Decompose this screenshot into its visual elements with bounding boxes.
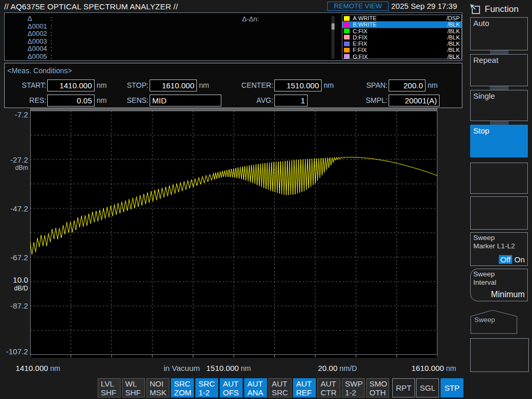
softkey-aut-ofs[interactable]: AUTOFS	[220, 378, 243, 397]
softkey-src-1-2[interactable]: SRC1-2	[195, 378, 218, 397]
delta-marker-row: Δ0001:	[28, 23, 52, 31]
y-tick-67: -67.2	[0, 253, 28, 262]
trace-color-swatch	[344, 29, 350, 33]
softkey-aut-ref[interactable]: AUTREF	[293, 378, 316, 397]
center-value[interactable]: 1510.000	[274, 79, 322, 91]
osa-screen: // AQ6375E OPTICAL SPECTRUM ANALYZER // …	[0, 0, 532, 399]
scrollbar-thumb[interactable]	[331, 23, 335, 30]
trace-list-scrollbar[interactable]	[331, 16, 335, 59]
meas-conditions-panel: <Meas. Conditions> START: 1410.000 nm ST…	[4, 63, 462, 108]
x-start-label: 1410.000nm	[16, 364, 60, 373]
function-header: Function	[469, 3, 518, 16]
trace-color-swatch	[344, 22, 350, 27]
remote-view-badge: REMOTE VIEW	[327, 2, 389, 11]
datetime: 2025 Sep 29 17:39	[391, 2, 457, 10]
delta-marker-row: Δ0004:	[28, 45, 52, 53]
res-value[interactable]: 0.05	[47, 95, 95, 107]
softkey-aut-ana[interactable]: AUTANA	[244, 378, 267, 397]
y-axis-unit: dBm	[0, 164, 28, 171]
trace-row[interactable]: D:FIX/BLK	[342, 34, 461, 41]
softkey-aut-ctr[interactable]: AUTCTR	[317, 378, 340, 397]
y-scale-unit: dB/D	[0, 285, 28, 292]
softkey-blank-3[interactable]	[470, 338, 529, 372]
softkey-blank-1[interactable]	[470, 163, 528, 194]
sweep-group-label: Sweep	[474, 316, 495, 324]
trace-color-swatch	[344, 48, 350, 52]
single-sweep-button[interactable]: SGL	[416, 378, 439, 397]
x-scale-label: 20.00nm/D	[318, 364, 357, 373]
avg-value[interactable]: 1	[274, 95, 308, 107]
softkey-connector	[490, 86, 509, 90]
delta-marker-row: Δ0003:	[28, 38, 52, 46]
softkey-connector	[490, 121, 509, 125]
spectrum-trace-svg	[30, 111, 437, 358]
trace-color-swatch	[344, 16, 350, 21]
delta-marker-list: Δ:Δ0001:Δ0002:Δ0003:Δ0004:Δ0005:	[28, 15, 52, 61]
trace-row[interactable]: B:WRITE/BLK	[342, 21, 461, 28]
start-value[interactable]: 1410.000	[47, 79, 95, 91]
spectrum-plot	[30, 111, 437, 358]
x-stop-label: 1610.000nm	[411, 364, 456, 373]
sweep-interval-value: Minimum	[491, 290, 525, 299]
trace-color-swatch	[344, 54, 350, 59]
y-tick-bottom: -107.2	[0, 347, 28, 356]
stop-sweep-button[interactable]: STP	[441, 378, 463, 397]
delta-n-label: Δ-Δn:	[242, 15, 259, 23]
delta-marker-row: Δ:	[28, 15, 52, 23]
softkey-connector	[490, 50, 509, 54]
x-center-label: 1510.000nm	[206, 364, 251, 373]
softkey-sweep-interval[interactable]: Sweep Interval Minimum	[470, 269, 528, 301]
softkey-repeat[interactable]: Repeat	[470, 54, 528, 86]
softkey-wl-shf[interactable]: WLSHF	[122, 378, 145, 397]
sweep-marker-on[interactable]: On	[514, 255, 525, 264]
trace-row[interactable]: F:FIX/BLK	[342, 47, 461, 53]
trace-color-swatch	[344, 42, 350, 46]
y-scale-value: 10.0	[0, 275, 28, 284]
softkey-stop[interactable]: Stop	[470, 125, 528, 157]
repeat-sweep-button[interactable]: RPT	[392, 378, 415, 397]
softkey-single[interactable]: Single	[470, 90, 528, 121]
trace-row[interactable]: G:FIX/BLK	[342, 54, 461, 60]
y-tick-top: -7.2	[0, 110, 28, 119]
soft-key-toolbar: LVLSHFWLSHFNOIMSKSRCZOMSRC1-2AUTOFSAUTAN…	[98, 378, 389, 397]
softkey-lvl-shf[interactable]: LVLSHF	[98, 378, 121, 397]
meas-conditions-title: <Meas. Conditions>	[7, 66, 72, 75]
delta-marker-row: Δ0002:	[28, 30, 52, 38]
trace-legend: A:WRITE/DSPB:WRITE/BLKC:FIX/BLKD:FIX/BLK…	[342, 15, 462, 59]
function-icon	[469, 3, 482, 16]
y-tick-ref: -27.2	[0, 155, 28, 164]
span-value[interactable]: 200.0	[389, 79, 425, 91]
delta-marker-panel: Δ:Δ0001:Δ0002:Δ0003:Δ0004:Δ0005: Δ-Δn: A…	[4, 12, 462, 61]
delta-marker-row: Δ0005:	[28, 53, 52, 61]
page-title: // AQ6375E OPTICAL SPECTRUM ANALYZER //	[4, 2, 178, 11]
y-tick-47: -47.2	[0, 204, 28, 213]
softkey-sweep-marker[interactable]: Sweep Marker L1-L2 Off On	[470, 232, 528, 266]
softkey-aut-src[interactable]: AUTSRC	[269, 378, 291, 397]
trace-row[interactable]: C:FIX/BLK	[342, 28, 461, 34]
function-title: Function	[485, 4, 518, 15]
softkey-swp-1-2[interactable]: SWP1-2	[342, 378, 365, 397]
softkey-noi-msk[interactable]: NOIMSK	[147, 378, 169, 397]
softkey-src-zom[interactable]: SRCZOM	[171, 378, 194, 397]
vacuum-label: in Vacuum	[164, 364, 200, 373]
softkey-blank-2[interactable]	[470, 196, 528, 230]
trace-row[interactable]: E:FIX/BLK	[342, 41, 461, 47]
trace-color-swatch	[344, 35, 350, 39]
trace-row[interactable]: A:WRITE/DSP	[342, 15, 461, 21]
sweep-marker-off[interactable]: Off	[499, 255, 512, 264]
softkey-smo-oth[interactable]: SMOOTH	[366, 378, 389, 397]
sens-value[interactable]: MID	[150, 95, 221, 107]
y-tick-87: -87.2	[0, 301, 28, 310]
softkey-auto[interactable]: Auto	[470, 17, 528, 50]
stop-value[interactable]: 1610.000	[150, 79, 197, 91]
smpl-value[interactable]: 20001(A)	[389, 95, 440, 107]
